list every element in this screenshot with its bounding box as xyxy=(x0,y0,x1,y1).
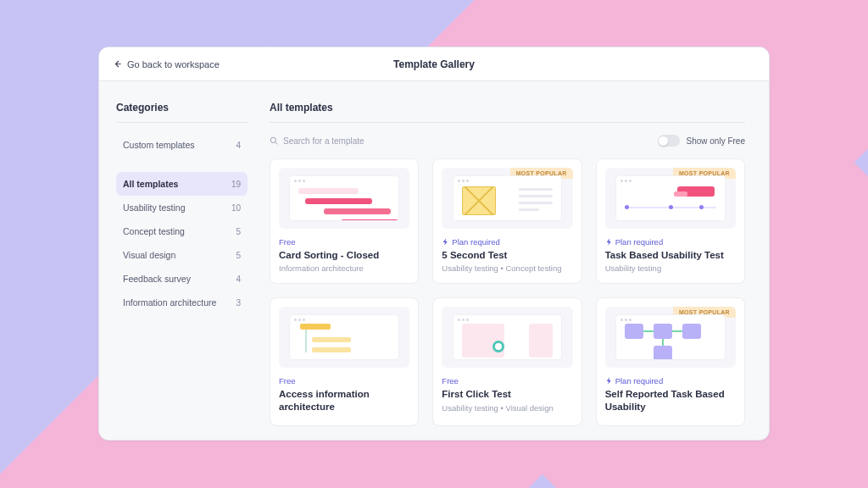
sidebar-item-count: 3 xyxy=(236,298,241,308)
sidebar-item-all-templates[interactable]: All templates 19 xyxy=(116,172,248,196)
template-title: Access information architecture xyxy=(279,388,409,413)
template-subtitle: Usability testing • Concept testing xyxy=(442,263,572,273)
sidebar-heading: Categories xyxy=(116,102,248,123)
back-to-workspace-link[interactable]: Go back to workspace xyxy=(113,59,220,69)
back-link-label: Go back to workspace xyxy=(127,59,220,69)
template-gallery-window: Go back to workspace Template Gallery Ca… xyxy=(98,47,770,441)
template-card[interactable]: MOST POPULAR Plan required Task Based Us… xyxy=(596,158,745,284)
plan-label-text: Plan required xyxy=(615,237,664,247)
controls-row: Show only Free xyxy=(270,135,745,147)
categories-sidebar: Categories Custom templates 4 All templa… xyxy=(99,81,264,440)
arrow-left-icon xyxy=(113,59,122,69)
template-subtitle: Usability testing • Visual design xyxy=(442,403,572,413)
lightning-icon xyxy=(605,377,613,385)
plan-label: Plan required xyxy=(605,376,736,385)
content-area: Categories Custom templates 4 All templa… xyxy=(99,81,769,440)
template-subtitle: Usability testing xyxy=(605,263,736,273)
svg-point-0 xyxy=(270,137,275,142)
lightning-icon xyxy=(442,238,449,246)
sidebar-item-usability-testing[interactable]: Usability testing 10 xyxy=(116,196,248,219)
plan-label: Free xyxy=(442,376,572,385)
plan-label: Free xyxy=(279,376,409,385)
sidebar-item-label: Custom templates xyxy=(123,140,195,150)
plan-label: Plan required xyxy=(605,237,736,247)
plan-label-text: Plan required xyxy=(615,376,664,385)
sidebar-item-count: 19 xyxy=(231,180,241,189)
show-free-toggle[interactable] xyxy=(658,135,680,147)
templates-grid: Free Card Sorting - Closed Information a… xyxy=(270,158,745,426)
plan-label: Free xyxy=(279,237,409,247)
sidebar-item-count: 5 xyxy=(236,227,241,236)
free-filter-wrap: Show only Free xyxy=(658,135,745,147)
template-title: First Click Test xyxy=(442,388,572,400)
template-card[interactable]: Free Card Sorting - Closed Information a… xyxy=(270,158,419,284)
template-title: 5 Second Test xyxy=(442,249,572,261)
template-thumbnail xyxy=(279,307,409,368)
sidebar-item-count: 5 xyxy=(236,251,241,260)
main-panel: All templates Show only Free Free xyxy=(264,81,769,440)
sidebar-item-label: Feedback survey xyxy=(123,274,191,284)
sidebar-item-concept-testing[interactable]: Concept testing 5 xyxy=(116,219,248,243)
template-thumbnail: MOST POPULAR xyxy=(442,168,572,229)
template-thumbnail: MOST POPULAR xyxy=(605,168,736,229)
main-heading: All templates xyxy=(270,102,745,123)
template-title: Self Reported Task Based Usability xyxy=(605,388,736,413)
sidebar-item-count: 4 xyxy=(236,274,241,284)
lightning-icon xyxy=(605,238,613,246)
sidebar-item-count: 10 xyxy=(231,203,241,213)
sidebar-item-label: All templates xyxy=(123,179,178,189)
template-thumbnail: MOST POPULAR xyxy=(605,307,736,368)
template-thumbnail xyxy=(279,168,409,229)
template-subtitle: Information architecture xyxy=(279,263,409,273)
sidebar-item-label: Concept testing xyxy=(123,226,185,236)
template-card[interactable]: Free Access information architecture xyxy=(270,297,419,426)
template-thumbnail xyxy=(442,307,572,368)
sidebar-item-count: 4 xyxy=(236,141,241,150)
template-card[interactable]: MOST POPULAR Plan required 5 Second Test… xyxy=(432,158,581,284)
search-wrap xyxy=(270,136,453,146)
sidebar-item-information-architecture[interactable]: Information architecture 3 xyxy=(116,291,248,314)
titlebar: Go back to workspace Template Gallery xyxy=(99,47,769,81)
template-card[interactable]: Free First Click Test Usability testing … xyxy=(432,297,581,426)
template-title: Card Sorting - Closed xyxy=(279,249,409,261)
plan-label: Plan required xyxy=(442,237,572,247)
sidebar-item-custom-templates[interactable]: Custom templates 4 xyxy=(116,133,248,157)
sidebar-item-feedback-survey[interactable]: Feedback survey 4 xyxy=(116,267,248,291)
template-card[interactable]: MOST POPULAR Plan required Self Reported… xyxy=(596,297,745,426)
sidebar-item-label: Usability testing xyxy=(123,202,186,213)
plan-label-text: Plan required xyxy=(452,237,500,247)
template-title: Task Based Usability Test xyxy=(605,249,736,261)
sidebar-item-visual-design[interactable]: Visual design 5 xyxy=(116,243,248,267)
search-input[interactable] xyxy=(283,136,453,146)
sidebar-item-label: Information architecture xyxy=(123,297,216,308)
search-icon xyxy=(270,136,278,145)
sidebar-item-label: Visual design xyxy=(123,250,175,260)
toggle-label: Show only Free xyxy=(687,136,745,146)
